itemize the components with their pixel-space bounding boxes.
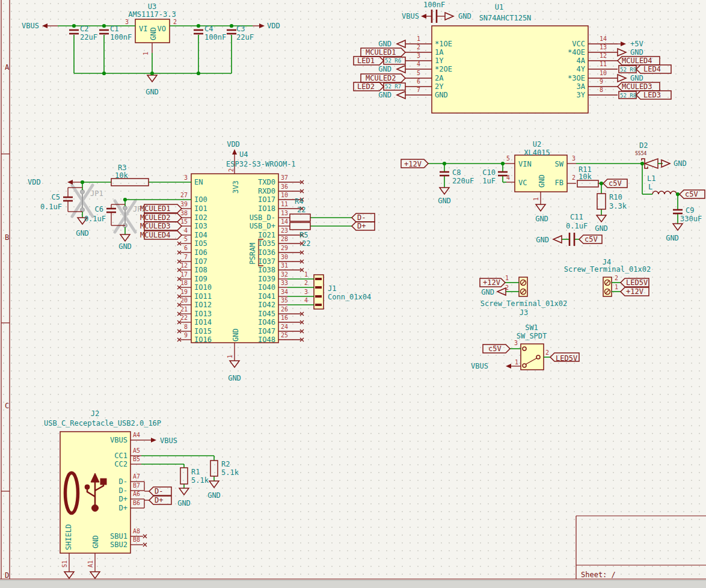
screw-terminal-j4[interactable] <box>603 277 612 296</box>
mcu-pins_right-1-name: RXD0 <box>258 187 275 195</box>
mcu-value: ESP32-S3-WROOM-1 <box>226 160 296 168</box>
mcu-pins_right-5-name: USB_D+ <box>250 222 275 230</box>
mcu-pins_right-1-num: 36 <box>281 183 288 190</box>
j1-pins-2: 3 <box>304 289 308 295</box>
mcu-pins_right-16-name: IO46 <box>258 318 275 326</box>
mcu-pins_left-12-name: IO11 <box>194 292 212 301</box>
u3-c4-value: 100nF <box>204 33 226 41</box>
mcu-pins_left-6-num: 5 <box>184 236 188 242</box>
u1-r9: 52 R9 <box>620 67 636 73</box>
en-jp1: JP1 <box>90 189 103 198</box>
j2-pins_right-2-num: B5 <box>133 456 140 462</box>
power-vbus: VBUS <box>160 436 177 445</box>
power-c5v: c5V <box>609 179 622 188</box>
junction-dot <box>81 180 84 184</box>
power-vbus: VBUS <box>402 12 419 20</box>
power-gnd: GND <box>674 159 687 168</box>
power-vdd: VDD <box>227 140 240 149</box>
mcu-pins_right-18-name: IO48 <box>258 335 275 344</box>
mcu-power_pin-name: 3V3 <box>232 180 240 194</box>
mcu-pins_left-14-num: 21 <box>180 306 188 313</box>
u2-r10-ref: R10 <box>609 193 622 201</box>
connector-j1[interactable] <box>314 275 324 309</box>
junction-dot <box>197 72 200 75</box>
junction-dot <box>501 162 505 165</box>
u1-r6: 52 R6 <box>385 58 401 64</box>
mcu-pins_left-1-name: IO0 <box>194 195 207 204</box>
j2-pins_right-7-name: SBU1 <box>110 532 127 541</box>
mcu-ref: U4 <box>239 150 248 159</box>
power-gnd: GND <box>146 88 159 96</box>
u2-pins-vc-name: VC <box>518 179 527 187</box>
j2-pins_right-8-name: SBU2 <box>110 541 127 549</box>
mcu-pins_left-4-name: IO3 <box>194 222 207 230</box>
u2-c10-ref: C10 <box>482 168 496 177</box>
u1-pins_left-3-name: *2OE <box>435 65 452 73</box>
mcu-pins_left-10-name: IO9 <box>194 275 207 283</box>
j2-pins_right-7-num: A8 <box>133 528 140 534</box>
mcu-pins_left-6-name: IO5 <box>194 239 207 248</box>
u1-pins_left-5-name: 2Y <box>435 82 444 91</box>
u3-pin_in-name: VI <box>139 25 147 33</box>
u3-c3-value: 22uF <box>236 33 254 41</box>
j2-pins_right-8-num: B8 <box>133 536 140 543</box>
mcu-pins_left-2-num: 39 <box>180 201 188 207</box>
mcu-pins_left-8-num: 7 <box>184 254 188 260</box>
u1-pins_right-0-name: VCC <box>572 40 585 48</box>
mcu-pins_left-4-num: 15 <box>180 218 188 225</box>
j2-pins_right-3-num: A7 <box>133 473 140 480</box>
j4-pins-0: 2 <box>615 275 618 281</box>
j2-pins_right-0-num: A4 <box>133 432 140 438</box>
j2-pins_right-2-name: CC2 <box>114 460 127 468</box>
mcu-pins_left-11-num: 18 <box>180 280 188 286</box>
sw1-value: SW_SPDT <box>517 332 547 340</box>
border-rows-2: C <box>5 402 9 410</box>
mcu-pins_left-12-num: 19 <box>180 289 188 295</box>
border-rows-1: B <box>5 233 9 242</box>
u1-labels-led2: LED2 <box>357 82 375 91</box>
usb_series-r5_ref: R5 <box>299 231 308 239</box>
u3-c1-value: 100nF <box>110 33 132 41</box>
u2-r11-value: 10k <box>579 173 592 181</box>
u1-pins_left-1-num: 2 <box>417 44 420 51</box>
j2-shield-name: SHIELD <box>64 524 73 550</box>
mcu-pins_right-10-num: 31 <box>281 262 288 269</box>
mcu-pins_right-7-name: IO35 <box>258 239 275 248</box>
u1-pins_left-2-num: 3 <box>417 52 420 59</box>
u2-d2-ref: D2 <box>639 141 648 150</box>
junction-dot <box>197 24 200 28</box>
j2-pins_right-6-name: D+ <box>119 504 127 512</box>
u2-c11-value: 0.1uF <box>566 222 588 230</box>
en-c6_ref: C6 <box>95 205 103 213</box>
screw-terminal-j3[interactable] <box>519 277 527 296</box>
u2-pins-vin-num: 5 <box>506 155 510 162</box>
mcu-pins_left-2-name: IO1 <box>194 204 207 213</box>
kicad-schematic-canvas[interactable]: U3AMS1117-3.3VBUSVDDC222uFC1100nFC4100nF… <box>0 0 706 588</box>
power-p5v: +5V <box>630 40 643 48</box>
u1-labels-led1: LED1 <box>357 57 375 65</box>
u1-pins_right-1-num: 13 <box>600 44 607 51</box>
power-c5v: c5V <box>585 235 598 243</box>
mcu-pins_left-13-num: 20 <box>180 297 188 304</box>
u1-pins_right-6-num: 8 <box>600 87 603 93</box>
u2-d2-value: SS54 <box>635 151 646 156</box>
mcu-pins_right-17-num: 24 <box>281 323 288 330</box>
u1-labels-mculed4: MCULED4 <box>622 57 652 65</box>
u2-pins-vin-name: VIN <box>518 160 532 168</box>
switch-sw1[interactable] <box>521 344 544 370</box>
en-r3_val: 10k <box>115 171 128 180</box>
buffer-u1[interactable] <box>432 26 588 113</box>
u1-labels-mculed2: MCULED2 <box>366 74 396 82</box>
mcu-pins_right-0-num: 37 <box>281 174 288 181</box>
u2-c8-ref: C8 <box>452 168 461 177</box>
u1-pins_right-0-num: 14 <box>600 35 607 42</box>
u1-pins_left-1-name: 1A <box>435 48 444 57</box>
u1-cap_value: 100nF <box>423 1 445 9</box>
mcu-gnd_pin-name: GND <box>232 328 240 341</box>
u2-pins-gnd-num: 1 <box>533 197 539 201</box>
mcu-pins_left-16-num: 8 <box>184 323 188 330</box>
mcu-gnd_pin-num: 1 <box>227 355 233 358</box>
mcu-pins_left-15-num: 22 <box>180 314 188 321</box>
u2-pins-gnd-name: GND <box>538 174 546 188</box>
mcu-pins_right-6-num: 23 <box>281 227 288 234</box>
